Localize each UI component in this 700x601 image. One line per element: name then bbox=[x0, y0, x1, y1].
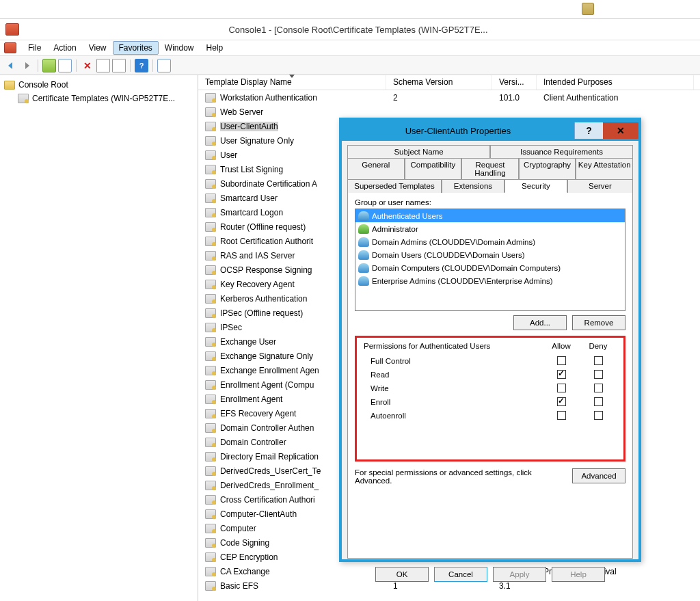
template-name: Domain Controller bbox=[220, 438, 286, 447]
template-icon bbox=[205, 552, 216, 562]
tree-root[interactable]: Console Root bbox=[1, 78, 196, 92]
menu-bar[interactable]: File Action View Favorites Window Help bbox=[0, 40, 700, 56]
col-purpose[interactable]: Intended Purposes bbox=[537, 75, 694, 90]
folder-icon bbox=[4, 81, 15, 90]
ok-button[interactable]: OK bbox=[375, 567, 429, 582]
template-name: Smartcard User bbox=[220, 193, 278, 203]
perm-deny-header: Deny bbox=[580, 342, 617, 350]
template-name: Cross Certification Authori bbox=[220, 495, 315, 505]
permission-name: Autoenroll bbox=[364, 412, 543, 420]
col-template-name[interactable]: Template Display Name bbox=[198, 75, 386, 90]
export-icon[interactable] bbox=[112, 59, 126, 72]
template-name: DerivedCreds_UserCert_Te bbox=[220, 466, 321, 476]
template-name: IPSec bbox=[220, 323, 242, 332]
dialog-title-bar[interactable]: User-ClientAuth Properties ? ✕ bbox=[342, 120, 638, 141]
group-name: Domain Users (CLOUDDEV\Domain Users) bbox=[372, 251, 525, 259]
template-icon bbox=[205, 351, 216, 361]
group-row[interactable]: Domain Users (CLOUDDEV\Domain Users) bbox=[355, 248, 625, 261]
tab-compatibility[interactable]: Compatibility bbox=[405, 158, 462, 179]
menu-help[interactable]: Help bbox=[200, 41, 230, 55]
menu-file[interactable]: File bbox=[22, 41, 47, 55]
tab-cryptography[interactable]: Cryptography bbox=[519, 158, 576, 179]
dialog-close-button[interactable]: ✕ bbox=[603, 122, 638, 139]
template-icon bbox=[205, 280, 216, 289]
template-name: User Signature Only bbox=[220, 136, 294, 146]
perm-allow-header: Allow bbox=[543, 342, 580, 350]
template-name: IPSec (Offline request) bbox=[220, 308, 303, 318]
allow-checkbox[interactable] bbox=[557, 356, 566, 365]
properties-dialog: User-ClientAuth Properties ? ✕ Subject N… bbox=[339, 118, 641, 562]
group-name: Domain Admins (CLOUDDEV\Domain Admins) bbox=[372, 238, 535, 246]
allow-checkbox[interactable] bbox=[557, 384, 566, 392]
allow-checkbox[interactable] bbox=[557, 370, 566, 379]
group-list[interactable]: Authenticated UsersAdministratorDomain A… bbox=[355, 209, 625, 311]
show-hide-tree-icon[interactable] bbox=[58, 59, 72, 72]
col-version[interactable]: Versi... bbox=[492, 75, 537, 90]
group-row[interactable]: Enterprise Admins (CLOUDDEV\Enterprise A… bbox=[355, 274, 625, 287]
deny-checkbox[interactable] bbox=[594, 384, 603, 392]
version-value: 101.0 bbox=[492, 93, 537, 103]
deny-checkbox[interactable] bbox=[594, 411, 603, 420]
template-name: Router (Offline request) bbox=[220, 222, 306, 232]
remove-button[interactable]: Remove bbox=[572, 315, 625, 330]
template-name: Workstation Authentication bbox=[220, 93, 317, 103]
template-icon bbox=[205, 179, 216, 189]
tab-extensions[interactable]: Extensions bbox=[442, 179, 504, 193]
tree-cert-templates[interactable]: Certificate Templates (WIN-GP52T7E... bbox=[1, 92, 196, 105]
template-name: Computer-ClientAuth bbox=[220, 509, 297, 519]
apply-button[interactable]: Apply bbox=[493, 567, 546, 582]
delete-icon[interactable]: ✕ bbox=[81, 59, 94, 72]
purpose-value: Client Authentication bbox=[537, 93, 694, 103]
add-button[interactable]: Add... bbox=[513, 315, 567, 330]
group-row[interactable]: Administrator bbox=[355, 222, 625, 235]
deny-checkbox[interactable] bbox=[594, 370, 603, 379]
group-row[interactable]: Domain Admins (CLOUDDEV\Domain Admins) bbox=[355, 235, 625, 248]
table-row[interactable]: Web Server bbox=[198, 105, 700, 119]
schema-value: 2 bbox=[386, 93, 492, 103]
tab-general[interactable]: General bbox=[347, 158, 405, 179]
tab-key-attestation[interactable]: Key Attestation bbox=[576, 158, 633, 179]
tab-subject-name[interactable]: Subject Name bbox=[347, 145, 490, 158]
back-icon[interactable] bbox=[4, 59, 18, 72]
template-name: Domain Controller Authen bbox=[220, 423, 314, 433]
group-row[interactable]: Domain Computers (CLOUDDEV\Domain Comput… bbox=[355, 261, 625, 274]
template-icon bbox=[205, 538, 216, 548]
group-row[interactable]: Authenticated Users bbox=[355, 209, 625, 222]
up-icon[interactable] bbox=[42, 59, 56, 72]
action-pane-icon[interactable] bbox=[157, 59, 171, 72]
menu-window[interactable]: Window bbox=[159, 41, 200, 55]
tab-security[interactable]: Security bbox=[504, 179, 567, 193]
cancel-button[interactable]: Cancel bbox=[434, 567, 487, 582]
template-icon bbox=[205, 323, 216, 332]
permission-name: Enroll bbox=[364, 398, 543, 406]
list-header[interactable]: Template Display Name Schema Version Ver… bbox=[198, 75, 700, 90]
tree-pane[interactable]: Console Root Certificate Templates (WIN-… bbox=[0, 75, 198, 601]
tab-server[interactable]: Server bbox=[567, 179, 633, 193]
forward-icon[interactable] bbox=[20, 59, 33, 72]
advanced-button[interactable]: Advanced bbox=[572, 468, 625, 483]
menu-favorites[interactable]: Favorites bbox=[113, 41, 159, 55]
menu-view[interactable]: View bbox=[83, 41, 113, 55]
col-schema[interactable]: Schema Version bbox=[386, 75, 492, 90]
template-icon bbox=[205, 481, 216, 490]
allow-checkbox[interactable] bbox=[557, 411, 566, 420]
tab-issuance-requirements[interactable]: Issuance Requirements bbox=[490, 145, 633, 158]
template-icon bbox=[205, 337, 216, 347]
help-button[interactable]: Help bbox=[552, 567, 605, 582]
tab-superseded[interactable]: Superseded Templates bbox=[347, 179, 442, 193]
menu-action[interactable]: Action bbox=[47, 41, 82, 55]
deny-checkbox[interactable] bbox=[594, 397, 603, 406]
properties-icon[interactable] bbox=[96, 59, 110, 72]
allow-checkbox[interactable] bbox=[557, 397, 566, 406]
deny-checkbox[interactable] bbox=[594, 356, 603, 365]
table-row[interactable]: Workstation Authentication2101.0Client A… bbox=[198, 90, 700, 105]
template-name: CEP Encryption bbox=[220, 552, 278, 562]
template-name: Exchange Signature Only bbox=[220, 351, 313, 361]
help-icon[interactable]: ? bbox=[135, 59, 148, 72]
tab-request-handling[interactable]: Request Handling bbox=[461, 158, 519, 179]
permission-row: Autoenroll bbox=[364, 409, 617, 423]
title-bar: Console1 - [Console Root\Certificate Tem… bbox=[0, 19, 700, 40]
dialog-help-button[interactable]: ? bbox=[574, 122, 603, 139]
template-name: DerivedCreds_Enrollment_ bbox=[220, 481, 319, 490]
group-name: Enterprise Admins (CLOUDDEV\Enterprise A… bbox=[372, 277, 553, 285]
